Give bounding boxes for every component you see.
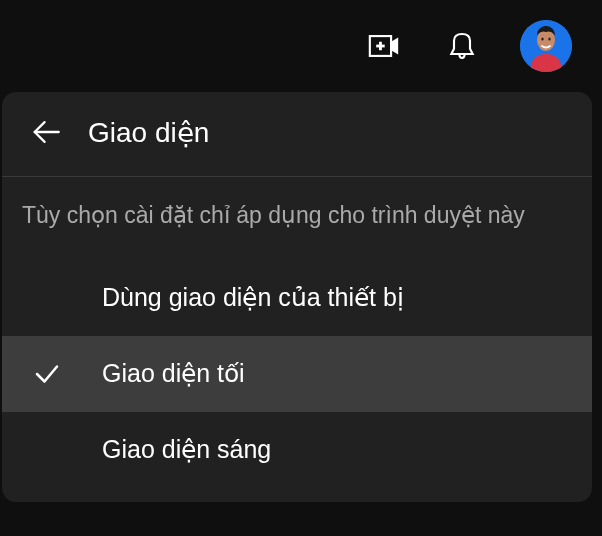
option-dark-theme[interactable]: Giao diện tối bbox=[2, 336, 592, 412]
notifications-button[interactable] bbox=[442, 26, 482, 66]
arrow-left-icon bbox=[29, 115, 63, 149]
option-label: Giao diện sáng bbox=[102, 435, 271, 464]
bell-icon bbox=[446, 30, 478, 62]
option-device-theme[interactable]: Dùng giao diện của thiết bị bbox=[2, 260, 592, 336]
panel-header: Giao diện bbox=[2, 92, 592, 177]
option-label: Dùng giao diện của thiết bị bbox=[102, 283, 404, 312]
back-button[interactable] bbox=[28, 114, 64, 150]
svg-point-5 bbox=[541, 38, 543, 41]
check-icon bbox=[32, 359, 62, 389]
appearance-panel: Giao diện Tùy chọn cài đặt chỉ áp dụng c… bbox=[2, 92, 592, 502]
panel-description: Tùy chọn cài đặt chỉ áp dụng cho trình d… bbox=[2, 177, 592, 260]
theme-options: Dùng giao diện của thiết bị Giao diện tố… bbox=[2, 260, 592, 488]
create-video-button[interactable] bbox=[364, 26, 404, 66]
option-light-theme[interactable]: Giao diện sáng bbox=[2, 412, 592, 488]
svg-point-6 bbox=[548, 38, 550, 41]
top-bar bbox=[0, 0, 602, 92]
option-label: Giao diện tối bbox=[102, 359, 245, 388]
avatar-button[interactable] bbox=[520, 20, 572, 72]
avatar-image bbox=[520, 20, 572, 72]
option-check-slot bbox=[32, 359, 102, 389]
video-plus-icon bbox=[367, 29, 401, 63]
panel-title: Giao diện bbox=[88, 116, 209, 149]
